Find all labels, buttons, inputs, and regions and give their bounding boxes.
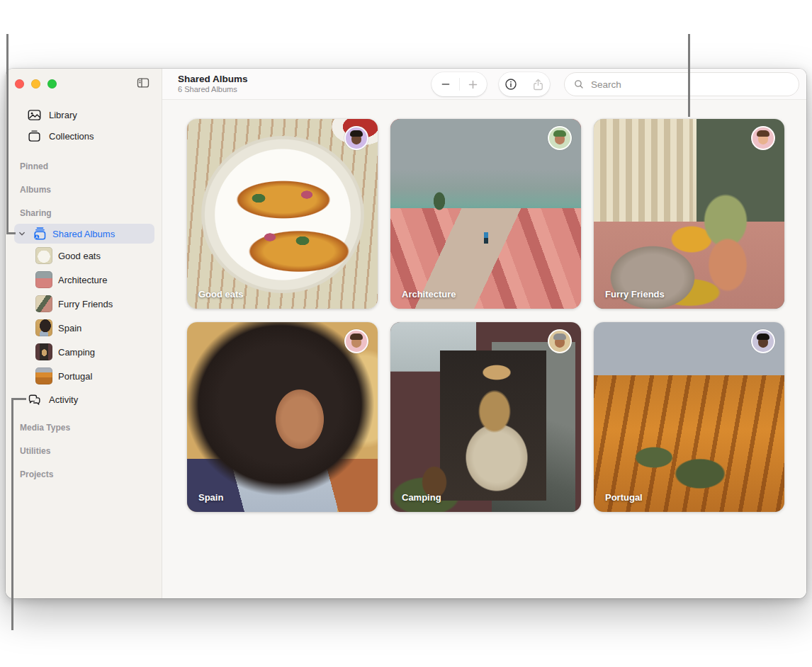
- thumbnail-zoom-control: [432, 72, 487, 96]
- sidebar-item-label: Shared Albums: [52, 229, 115, 239]
- page-subtitle: 6 Shared Albums: [178, 85, 248, 94]
- album-card-architecture[interactable]: Architecture: [390, 119, 581, 309]
- sidebar-item-good-eats[interactable]: Good eats: [6, 244, 162, 268]
- sidebar-section-media-types[interactable]: Media Types: [6, 421, 162, 435]
- zoom-window-button[interactable]: [47, 79, 57, 89]
- zoom-out-button[interactable]: [432, 72, 459, 96]
- callout-line-album-grid-vertical: [688, 34, 690, 117]
- album-card-good-eats[interactable]: Good eats: [187, 119, 378, 309]
- info-button[interactable]: [500, 72, 522, 96]
- shared-by-avatar: [548, 329, 572, 353]
- callout-line-activity-vertical: [11, 398, 13, 630]
- sidebar-item-label: Collections: [49, 131, 94, 142]
- album-title: Portugal: [605, 492, 643, 503]
- sidebar-item-activity[interactable]: Activity: [6, 389, 162, 410]
- section-label: Pinned: [20, 161, 48, 171]
- sidebar-item-shared-albums-selected[interactable]: Shared Albums: [14, 224, 154, 244]
- callout-line-shared-albums-vertical: [6, 34, 9, 234]
- page-header: Shared Albums 6 Shared Albums: [178, 73, 248, 94]
- sidebar-item-camping[interactable]: Camping: [6, 340, 162, 364]
- screenshot-canvas: { "header": { "title": "Shared Albums", …: [0, 0, 812, 667]
- close-button[interactable]: [15, 79, 24, 89]
- search-field[interactable]: [564, 72, 799, 96]
- shared-albums-children: Good eats Architecture Furry Friends Spa…: [6, 244, 162, 388]
- shared-by-avatar: [548, 126, 572, 150]
- album-thumbnail: [35, 247, 52, 264]
- traffic-lights: [15, 79, 57, 89]
- sidebar-item-library[interactable]: Library: [6, 104, 162, 125]
- shared-albums-grid: Good eats Architecture Furry Friends Spa…: [187, 119, 806, 512]
- album-title: Spain: [198, 492, 223, 503]
- sidebar-item-label: Activity: [49, 394, 78, 405]
- section-label: Sharing: [20, 208, 52, 218]
- shared-by-avatar: [751, 329, 775, 353]
- section-label: Projects: [20, 469, 53, 479]
- shared-by-avatar: [344, 329, 368, 353]
- album-thumbnail: [35, 367, 52, 384]
- info-share-control: [499, 72, 550, 96]
- collections-icon: [27, 129, 42, 144]
- sidebar-item-architecture[interactable]: Architecture: [6, 268, 162, 292]
- page-title: Shared Albums: [178, 73, 248, 85]
- sidebar-item-collections[interactable]: Collections: [6, 125, 162, 147]
- sidebar-toggle-icon: [135, 76, 151, 90]
- sidebar-item-label: Good eats: [58, 251, 101, 261]
- section-label: Utilities: [20, 446, 50, 456]
- album-thumbnail: [35, 295, 52, 312]
- sidebar-toggle-button[interactable]: [135, 75, 152, 91]
- share-button[interactable]: [526, 72, 549, 96]
- album-card-spain[interactable]: Spain: [187, 322, 378, 512]
- chevron-down-icon[interactable]: [17, 229, 27, 239]
- main-content: Shared Albums 6 Shared Albums: [162, 69, 806, 598]
- minimize-button[interactable]: [31, 79, 40, 89]
- sidebar-item-label: Spain: [58, 323, 81, 334]
- callout-line-activity-elbow: [11, 398, 26, 400]
- photo-library-icon: [27, 108, 42, 122]
- window-titlebar: [6, 69, 162, 104]
- share-icon: [531, 78, 545, 91]
- albums-grid-area: Good eats Architecture Furry Friends Spa…: [162, 100, 806, 598]
- album-thumbnail: [35, 319, 52, 336]
- sidebar-item-portugal[interactable]: Portugal: [6, 364, 162, 388]
- sidebar-section-projects[interactable]: Projects: [6, 467, 162, 481]
- toolbar: Shared Albums 6 Shared Albums: [162, 69, 806, 100]
- album-thumbnail: [35, 343, 52, 360]
- sidebar-item-label: Camping: [58, 347, 95, 358]
- album-title: Architecture: [402, 289, 456, 300]
- sidebar-item-label: Furry Friends: [58, 299, 113, 309]
- sidebar: Library Collections Pinned Albums Sharin…: [6, 69, 162, 598]
- info-icon: [504, 77, 518, 91]
- activity-icon: [27, 392, 42, 407]
- photos-app-window: Library Collections Pinned Albums Sharin…: [6, 69, 806, 598]
- sidebar-section-sharing[interactable]: Sharing: [6, 206, 162, 220]
- shared-albums-icon: [32, 226, 47, 241]
- sidebar-item-spain[interactable]: Spain: [6, 316, 162, 340]
- shared-by-avatar: [751, 126, 775, 150]
- sidebar-item-label: Architecture: [58, 275, 107, 285]
- zoom-in-button[interactable]: [460, 72, 487, 96]
- sidebar-item-label: Library: [49, 110, 77, 120]
- section-label: Albums: [20, 185, 51, 195]
- section-label: Media Types: [20, 423, 70, 433]
- sidebar-item-label: Portugal: [58, 371, 92, 382]
- album-card-camping[interactable]: Camping: [390, 322, 581, 512]
- shared-by-avatar: [344, 126, 368, 150]
- zoom-out-icon: [440, 79, 451, 90]
- album-card-furry-friends[interactable]: Furry Friends: [594, 119, 784, 309]
- sidebar-section-pinned[interactable]: Pinned: [6, 159, 162, 173]
- sidebar-item-furry-friends[interactable]: Furry Friends: [6, 292, 162, 316]
- sidebar-section-albums[interactable]: Albums: [6, 183, 162, 197]
- search-icon: [573, 79, 585, 90]
- album-title: Good eats: [198, 289, 244, 300]
- album-title: Camping: [402, 492, 441, 503]
- album-card-portugal[interactable]: Portugal: [594, 322, 784, 512]
- sidebar-section-utilities[interactable]: Utilities: [6, 444, 162, 458]
- zoom-in-icon: [467, 79, 479, 91]
- album-title: Furry Friends: [605, 289, 665, 300]
- callout-line-shared-albums-elbow: [6, 232, 16, 234]
- album-thumbnail: [35, 271, 52, 288]
